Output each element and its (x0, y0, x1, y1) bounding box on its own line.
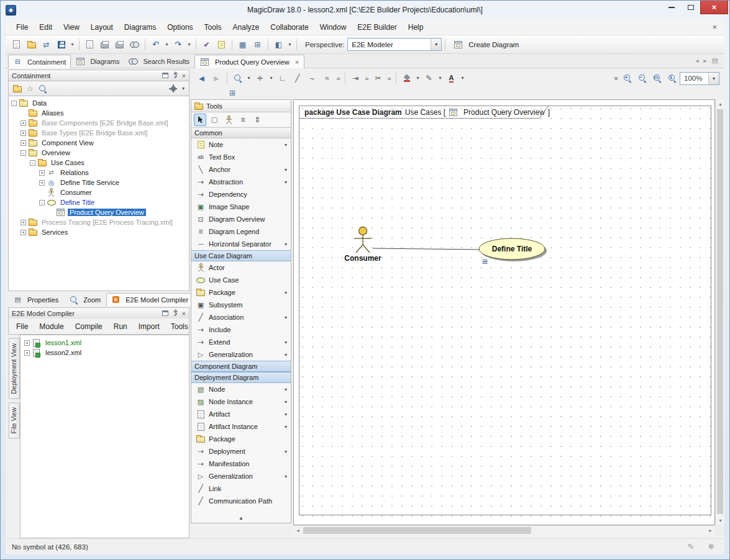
chevron-down-icon[interactable]: ▾ (285, 167, 287, 173)
menu-item-window[interactable]: Window (314, 20, 352, 34)
save-project-button[interactable] (54, 37, 68, 52)
tools-section-deployment-diagram[interactable]: Deployment Diagram (191, 372, 291, 383)
font-color-dropdown[interactable]: ▾ (459, 71, 466, 86)
zoom-tool-button[interactable] (230, 71, 245, 86)
collapse-toggle[interactable]: - (39, 200, 45, 205)
tree-item-services[interactable]: +Services (9, 227, 189, 237)
path-tool-dropdown[interactable]: ▾ (268, 71, 275, 86)
tree-item-aliases[interactable]: Aliases (9, 108, 189, 118)
compiler-menu-run[interactable]: Run (109, 320, 132, 333)
diagram-canvas[interactable]: package Use Case Diagram Use Cases [ Pro… (293, 99, 715, 525)
bottom-tab-zoom[interactable]: Zoom (64, 293, 106, 306)
tree-item-product-query-overview[interactable]: Product Query Overview (9, 207, 189, 217)
tool-text-box[interactable]: abText Box (191, 151, 291, 163)
tool-use-case[interactable]: Use Case (191, 274, 291, 286)
overflow-button[interactable]: » (335, 71, 342, 86)
tree-item-use-cases[interactable]: -Use Cases (9, 158, 189, 168)
maximize-button[interactable] (681, 1, 700, 14)
print-button[interactable] (98, 37, 112, 52)
tool-generalization[interactable]: ▷Generalization▾ (191, 348, 291, 361)
tools-section-common[interactable]: Common (191, 127, 291, 138)
close-panel-icon[interactable]: × (182, 72, 186, 79)
oblique-path-button[interactable]: ╱ (290, 71, 304, 86)
chevron-down-icon[interactable]: ▾ (431, 38, 441, 50)
chevron-down-icon[interactable]: ▾ (285, 412, 287, 417)
chevron-down-icon[interactable]: ▾ (285, 474, 287, 479)
open-project-button[interactable] (24, 37, 39, 52)
new-document-button[interactable] (83, 37, 97, 52)
tool-diagram-legend[interactable]: ≡Diagram Legend (191, 225, 291, 238)
undo-dropdown[interactable]: ▾ (163, 37, 170, 52)
validation-button[interactable]: ✔ (199, 37, 214, 52)
tool-node-instance[interactable]: ▨Node Instance▾ (191, 395, 291, 408)
chevron-down-icon[interactable]: ▾ (285, 340, 287, 345)
compiler-menu-compile[interactable]: Compile (70, 320, 107, 333)
compiler-menu-tools[interactable]: Tools (166, 320, 193, 333)
fit-in-window-button[interactable]: ▭ (650, 71, 664, 86)
side-tab-file-view[interactable]: File View (9, 402, 20, 438)
tool-extend[interactable]: ⇢Extend▾ (191, 336, 291, 348)
pen-color-button[interactable]: ✎ (422, 71, 436, 86)
align-tool-button[interactable]: ≡ (237, 114, 249, 126)
quick-actor-tool-button[interactable] (222, 114, 235, 126)
menu-item-options[interactable]: Options (162, 20, 198, 34)
panel-tab-search-results[interactable]: Search Results (124, 55, 194, 68)
compiler-menu-module[interactable]: Module (34, 320, 68, 333)
panel-tab-containment[interactable]: ⊟Containment (8, 55, 71, 68)
spline-path-button[interactable]: ≈ (320, 71, 334, 86)
actor-label[interactable]: Consumer (326, 254, 400, 263)
actor-shape[interactable] (354, 227, 372, 253)
perspective-combobox[interactable]: E2E Modeler ▾ (347, 38, 442, 51)
smart-link-icon[interactable]: ⊞ (482, 258, 488, 266)
scroll-right-icon[interactable]: ▸ (706, 526, 715, 535)
diagram-tab[interactable]: Product Query Overview × (194, 55, 304, 68)
structure-view-icon[interactable]: ⊞ (229, 89, 235, 97)
menu-item-collaborate[interactable]: Collaborate (265, 20, 314, 34)
chevron-down-icon[interactable]: ▾ (285, 142, 287, 148)
tool-artifact-instance[interactable]: Artifact Instance▾ (191, 420, 291, 433)
tool-abstraction[interactable]: ⇢Abstraction▾ (191, 176, 291, 188)
fill-color-dropdown[interactable]: ▾ (414, 71, 421, 86)
chevron-down-icon[interactable]: ▾ (285, 315, 287, 320)
horizontal-scrollbar[interactable]: ◂ ▸ (293, 525, 715, 535)
tool-include[interactable]: ⇢Include (191, 323, 291, 336)
search-icon[interactable] (39, 84, 47, 93)
tool-package[interactable]: Package▾ (191, 286, 291, 299)
minimize-button[interactable] (662, 1, 681, 14)
tree-item-consumer[interactable]: Consumer (9, 187, 189, 197)
tool-subsystem[interactable]: ▣Subsystem (191, 299, 291, 311)
status-snowflake-icon[interactable]: ❄ (708, 542, 714, 551)
chevron-down-icon[interactable]: ▾ (285, 242, 287, 247)
menu-item-edit[interactable]: Edit (34, 20, 58, 34)
tool-horizontal-separator[interactable]: ----Horizontal Separator▾ (191, 238, 291, 250)
expand-toggle[interactable]: + (39, 170, 45, 176)
display-mode-button[interactable]: ◧ (271, 37, 286, 52)
tree-item-base-components-e2e-bridge-base-xml[interactable]: +Base Components [E2E Bridge Base.xml] (9, 118, 189, 128)
expand-toggle[interactable]: + (21, 130, 26, 136)
expand-toggle[interactable]: + (21, 140, 26, 146)
compiler-menu-file[interactable]: File (11, 320, 33, 333)
tree-item-process-tracing-e2e-process-tracing-xml[interactable]: +Process Tracing [E2E Process Tracing.xm… (9, 217, 189, 227)
pin-panel-icon[interactable] (172, 72, 178, 79)
favorites-star-icon[interactable]: ☆ (27, 85, 34, 93)
tool-note[interactable]: Note▾ (191, 138, 291, 151)
pin-panel-icon[interactable] (172, 310, 178, 317)
rectilinear-path-button[interactable]: ∟ (275, 71, 290, 86)
bottom-tab-e2e-model-compiler[interactable]: EE2E Model Compiler (106, 293, 193, 306)
float-panel-icon[interactable] (162, 310, 168, 316)
horizontal-scroll-thumb[interactable] (303, 527, 531, 534)
table-view-button[interactable]: ▦ (235, 37, 250, 52)
menu-item-tools[interactable]: Tools (199, 20, 227, 34)
scroll-down-icon[interactable]: ▾ (716, 516, 725, 525)
display-mode-dropdown[interactable]: ▾ (286, 37, 293, 52)
distribute-tool-button[interactable]: ⇕ (251, 114, 263, 126)
reset-edges-button[interactable]: ⇥ (349, 71, 363, 86)
bezier-path-button[interactable]: ~ (305, 71, 319, 86)
new-file-button[interactable] (9, 37, 24, 52)
collapse-toggle[interactable]: - (21, 150, 26, 156)
expand-toggle[interactable]: + (21, 230, 26, 235)
pen-color-dropdown[interactable]: ▾ (437, 71, 444, 86)
tool-link[interactable]: ╱Link (191, 482, 291, 495)
compiler-item-lesson2-xml[interactable]: +lesson2.xml (22, 348, 188, 358)
menu-item-view[interactable]: View (58, 20, 85, 34)
